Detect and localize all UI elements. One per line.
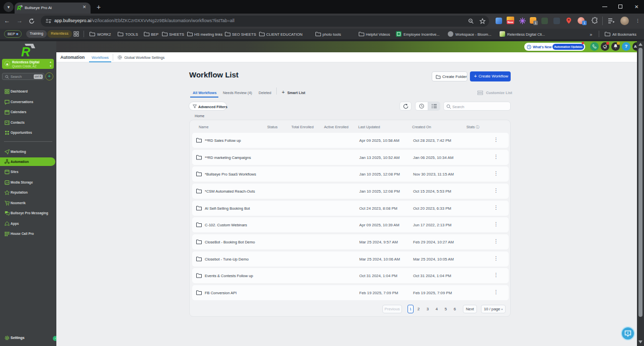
svg-text:R: R	[21, 45, 30, 58]
svg-text:R: R	[17, 5, 21, 11]
